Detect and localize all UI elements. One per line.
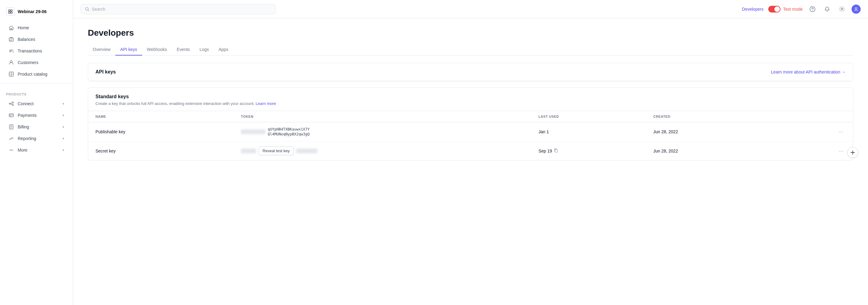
sidebar-item-customers-label: Customers (18, 60, 38, 65)
sidebar-item-payments[interactable]: Payments ▾ (2, 110, 70, 121)
payments-chevron-icon: ▾ (63, 114, 64, 117)
token-blur-part (241, 129, 265, 134)
sidebar-item-product-catalog[interactable]: Product catalog (2, 69, 70, 80)
tab-events[interactable]: Events (172, 44, 195, 56)
sidebar-item-home[interactable]: Home (2, 22, 70, 33)
publishable-key-token-line2: Ql4MUNoqNypBX2qw3gQ (268, 132, 310, 136)
publishable-key-token-line1: qUYpHB4TXBKauwx1X7Y (268, 127, 310, 131)
settings-button[interactable] (837, 4, 847, 14)
test-mode-badge: Test mode (768, 6, 803, 12)
plus-icon (850, 150, 856, 155)
tab-api-keys[interactable]: API keys (115, 44, 142, 56)
svg-point-5 (10, 61, 12, 63)
notifications-button[interactable] (822, 4, 832, 14)
svg-point-18 (841, 8, 843, 10)
sidebar-item-customers[interactable]: Customers (2, 57, 70, 68)
sidebar: Webinar 29-06 Home Balances Transactions… (0, 0, 73, 305)
content-area: Developers Overview API keys Webhooks Ev… (73, 18, 868, 305)
user-avatar[interactable] (851, 5, 861, 14)
header-right: Developers Test mode (742, 4, 861, 14)
fab-add-button[interactable] (847, 147, 858, 158)
products-section-label: Products (0, 88, 73, 98)
transactions-icon (8, 48, 14, 54)
svg-point-8 (12, 102, 13, 103)
main-area: Search Developers Test mode (73, 0, 868, 305)
publishable-key-name: Publishable key (88, 122, 234, 142)
api-keys-learn-more-link[interactable]: Learn more about API authentication → (771, 69, 846, 74)
billing-icon (8, 124, 14, 130)
col-last-used: LAST USED (531, 111, 646, 122)
search-placeholder: Search (92, 7, 105, 11)
svg-point-13 (11, 150, 12, 151)
test-mode-toggle[interactable] (768, 6, 780, 12)
standard-keys-title: Standard keys (95, 94, 846, 99)
copy-secret-key-icon[interactable] (554, 148, 558, 153)
page-title: Developers (88, 28, 854, 38)
publishable-key-token-cell: qUYpHB4TXBKauwx1X7Y Ql4MUNoqNypBX2qw3gQ (234, 122, 531, 142)
sidebar-item-more[interactable]: More ▾ (2, 145, 70, 156)
standard-keys-desc-text: Create a key that unlocks full API acces… (95, 101, 255, 106)
svg-rect-10 (9, 114, 13, 117)
secret-key-more-button[interactable]: ··· (836, 147, 846, 155)
col-name: NAME (88, 111, 234, 122)
header-developers-link[interactable]: Developers (742, 7, 764, 11)
workspace-logo[interactable]: Webinar 29-06 (0, 5, 73, 22)
help-button[interactable] (808, 4, 817, 14)
tab-apps[interactable]: Apps (214, 44, 233, 56)
reveal-test-key-button[interactable]: Reveal test key (259, 146, 294, 155)
bell-icon (825, 6, 830, 12)
svg-point-9 (12, 104, 13, 105)
sidebar-item-balances[interactable]: Balances (2, 34, 70, 45)
api-keys-card-header: API keys Learn more about API authentica… (88, 63, 853, 81)
tabs: Overview API keys Webhooks Events Logs A… (88, 44, 854, 56)
secret-token-blur-1 (241, 149, 256, 153)
sidebar-item-balances-label: Balances (18, 37, 35, 42)
col-token: TOKEN (234, 111, 531, 122)
table-header-row: NAME TOKEN LAST USED CREATED (88, 111, 853, 122)
sidebar-item-connect[interactable]: Connect ▾ (2, 98, 70, 109)
more-chevron-icon: ▾ (63, 148, 64, 152)
secret-key-name: Secret key (88, 142, 234, 160)
publishable-key-more-button[interactable]: ··· (836, 128, 846, 136)
workspace-name: Webinar 29-06 (18, 9, 46, 14)
search-icon (85, 7, 89, 11)
gear-icon (839, 6, 845, 12)
api-keys-card-title: API keys (95, 69, 116, 75)
table-row: Secret key Reveal test key Sep 19 (88, 142, 853, 160)
tab-logs[interactable]: Logs (194, 44, 214, 56)
search-bar[interactable]: Search (81, 4, 276, 14)
tab-overview[interactable]: Overview (88, 44, 115, 56)
sidebar-item-transactions[interactable]: Transactions (2, 45, 70, 56)
billing-chevron-icon: ▾ (63, 125, 64, 129)
connect-chevron-icon: ▾ (63, 102, 64, 106)
publishable-key-created: Jun 28, 2022 (646, 122, 774, 142)
col-created: CREATED (646, 111, 774, 122)
svg-rect-3 (11, 12, 12, 13)
standard-keys-card: Standard keys Create a key that unlocks … (88, 88, 854, 160)
svg-point-14 (12, 150, 13, 151)
product-catalog-icon (8, 71, 14, 77)
table-row: Publishable key qUYpHB4TXBKauwx1X7Y Ql4M… (88, 122, 853, 142)
sidebar-item-product-catalog-label: Product catalog (18, 72, 47, 77)
secret-key-token: Reveal test key (241, 146, 524, 155)
sidebar-item-reporting[interactable]: Reporting ▾ (2, 133, 70, 144)
home-icon (8, 25, 14, 30)
standard-keys-learn-more[interactable]: Learn more (255, 101, 276, 106)
svg-point-17 (812, 10, 813, 11)
svg-point-7 (9, 103, 10, 104)
customers-icon (8, 60, 14, 65)
svg-rect-2 (8, 12, 10, 13)
test-mode-label: Test mode (783, 7, 803, 11)
reporting-icon (8, 136, 14, 141)
header: Search Developers Test mode (73, 0, 868, 18)
svg-rect-0 (8, 10, 10, 11)
sidebar-item-billing[interactable]: Billing ▾ (2, 121, 70, 132)
balances-icon (8, 37, 14, 42)
secret-key-actions: ··· (774, 142, 853, 160)
sidebar-item-billing-label: Billing (18, 124, 29, 129)
publishable-key-token: qUYpHB4TXBKauwx1X7Y Ql4MUNoqNypBX2qw3gQ (241, 127, 524, 136)
tab-webhooks[interactable]: Webhooks (142, 44, 172, 56)
svg-point-19 (855, 8, 857, 9)
reporting-chevron-icon: ▾ (63, 136, 64, 141)
connect-icon (8, 101, 14, 106)
